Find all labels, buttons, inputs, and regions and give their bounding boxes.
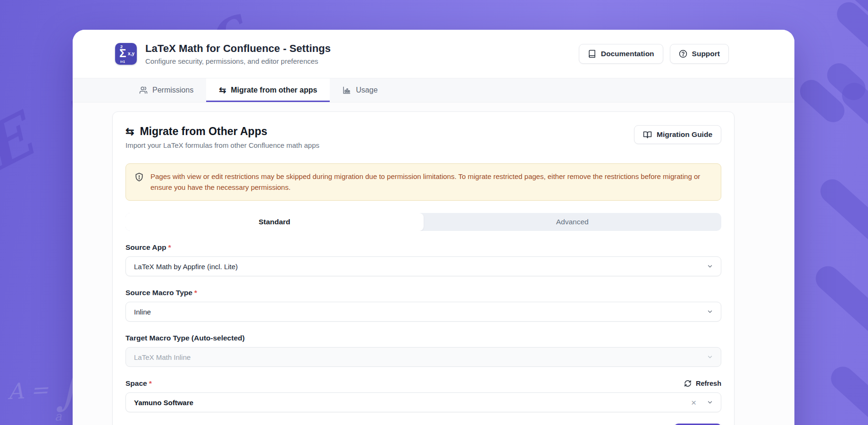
target-macro-type-select: LaTeX Math Inline xyxy=(125,347,721,367)
mode-toggle: Standard Advanced xyxy=(125,213,721,231)
field-source-app: Source App* LaTeX Math by Appfire (incl.… xyxy=(125,243,721,276)
settings-window: 2 Σ i=1 x,y LaTeX Math for Confluence - … xyxy=(73,30,794,425)
chevron-down-icon xyxy=(707,354,713,360)
source-app-select[interactable]: LaTeX Math by Appfire (incl. Lite) xyxy=(125,256,721,276)
decor-streak xyxy=(811,261,868,368)
mode-advanced[interactable]: Advanced xyxy=(424,213,722,231)
source-macro-type-select[interactable]: Inline xyxy=(125,302,721,322)
source-macro-type-label: Source Macro Type* xyxy=(125,289,197,297)
space-select[interactable]: Yamuno Software × xyxy=(125,392,721,412)
migrate-panel: ⇆ Migrate from Other Apps Import your La… xyxy=(112,111,734,425)
book-icon xyxy=(588,50,596,58)
app-logo-icon: 2 Σ i=1 x,y xyxy=(115,43,137,65)
swap-arrows-icon: ⇆ xyxy=(219,86,226,94)
panel-subtitle: Import your LaTeX formulas from other Co… xyxy=(125,141,319,149)
migration-guide-button[interactable]: Migration Guide xyxy=(634,125,721,144)
page-subtitle: Configure security, permissions, and edi… xyxy=(145,57,579,65)
field-target-macro-type: Target Macro Type (Auto-selected) LaTeX … xyxy=(125,334,721,367)
required-asterisk: * xyxy=(168,243,171,251)
required-asterisk: * xyxy=(194,289,197,297)
permissions-warning-banner: Pages with view or edit restrictions may… xyxy=(125,163,721,201)
app-titles: LaTeX Math for Confluence - Settings Con… xyxy=(145,42,579,65)
bar-chart-icon xyxy=(342,86,351,94)
tab-content: ⇆ Migrate from Other Apps Import your La… xyxy=(73,102,794,425)
mode-standard[interactable]: Standard xyxy=(125,213,424,231)
space-label: Space* xyxy=(125,379,152,388)
tab-bar: Permissions ⇆ Migrate from other apps Us… xyxy=(73,78,794,102)
chevron-down-icon xyxy=(707,263,713,270)
documentation-button[interactable]: Documentation xyxy=(579,44,663,64)
integral-prefix: A = xyxy=(7,376,49,404)
source-app-label: Source App* xyxy=(125,243,171,252)
chevron-down-icon xyxy=(707,308,713,315)
panel-header: ⇆ Migrate from Other Apps Import your La… xyxy=(125,125,721,149)
chevron-down-icon xyxy=(707,399,713,406)
refresh-icon xyxy=(684,380,692,387)
target-macro-type-label: Target Macro Type (Auto-selected) xyxy=(125,334,245,342)
page-title: LaTeX Math for Confluence - Settings xyxy=(145,42,579,55)
required-asterisk: * xyxy=(149,379,152,387)
decor-streak xyxy=(816,175,868,255)
decor-streak xyxy=(826,362,868,425)
help-circle-icon xyxy=(679,50,687,58)
header-actions: Documentation Support xyxy=(579,44,729,64)
clear-selection-icon[interactable]: × xyxy=(691,398,696,407)
warning-text: Pages with view or edit restrictions may… xyxy=(150,171,712,193)
app-header: 2 Σ i=1 x,y LaTeX Math for Confluence - … xyxy=(73,30,794,78)
open-book-icon xyxy=(643,130,652,139)
tab-migrate-from-other-apps[interactable]: ⇆ Migrate from other apps xyxy=(206,78,330,102)
users-icon xyxy=(139,86,148,94)
shield-alert-icon xyxy=(134,171,144,182)
tab-usage[interactable]: Usage xyxy=(330,78,390,102)
swap-arrows-icon: ⇆ xyxy=(125,127,134,137)
refresh-button[interactable]: Refresh xyxy=(684,380,721,387)
support-button[interactable]: Support xyxy=(670,44,729,64)
field-source-macro-type: Source Macro Type* Inline xyxy=(125,289,721,322)
tab-permissions[interactable]: Permissions xyxy=(126,78,206,102)
panel-title: ⇆ Migrate from Other Apps xyxy=(125,125,319,138)
field-space: Space* Refresh Yamuno Software × xyxy=(125,379,721,412)
